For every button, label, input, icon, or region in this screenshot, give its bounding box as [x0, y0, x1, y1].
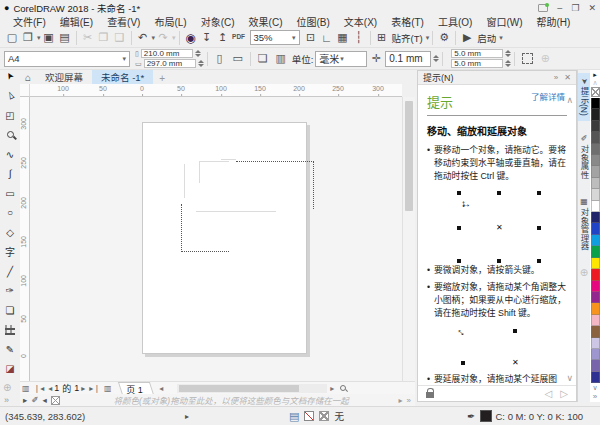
document-info-icon[interactable]: ▤	[289, 410, 299, 423]
landscape-button[interactable]: ▭	[229, 51, 247, 67]
well-expand-icons[interactable]: ▸»	[395, 396, 415, 405]
pen-tool[interactable]: ✑	[1, 281, 19, 301]
drawing-page[interactable]	[142, 122, 307, 354]
menu-item[interactable]: 效果(C)	[242, 14, 290, 29]
snap-dropdown-icon[interactable]: ▾	[426, 34, 430, 42]
horizontal-ruler[interactable]: 10050050100150200250300	[30, 84, 402, 97]
canvas-horizontal-scrollbar[interactable]	[177, 384, 327, 393]
page-width-field[interactable]: 210.0 mm	[141, 49, 193, 58]
launch-dropdown-icon[interactable]: ▾	[499, 34, 503, 42]
new-document-tab-button[interactable]: +	[153, 73, 171, 84]
well-no-color-swatch[interactable]	[51, 396, 60, 405]
well-collapse-icon[interactable]: ◂	[42, 395, 46, 405]
toolbox-expand-button[interactable]: »	[4, 395, 9, 405]
palette-swatch[interactable]	[591, 155, 600, 166]
menu-item[interactable]: 帮助(H)	[530, 14, 578, 29]
first-page-button[interactable]: ❘◂	[32, 384, 47, 393]
no-color-swatch[interactable]	[591, 87, 600, 97]
open-button[interactable]: ❐	[20, 30, 36, 46]
palette-menu-icon[interactable]: ▸	[593, 70, 597, 79]
palette-swatch[interactable]	[591, 292, 600, 303]
menu-item[interactable]: 表格(T)	[384, 14, 431, 29]
docker-tab-object-manager[interactable]: ▦对象管理器	[578, 192, 590, 256]
next-page-button[interactable]: ▸	[79, 384, 87, 393]
rectangle-tool[interactable]: ▭	[1, 184, 19, 204]
palette-swatch[interactable]	[591, 326, 600, 337]
print-button[interactable]: ▤	[57, 30, 73, 46]
docker-collapse-icon[interactable]: »	[554, 73, 558, 82]
menu-item[interactable]: 文本(X)	[337, 14, 384, 29]
duplicate-page-icon[interactable]: ▥	[20, 384, 32, 393]
options-gear-button[interactable]: ⚙	[436, 30, 452, 46]
account-icon[interactable]	[538, 4, 548, 12]
palette-swatch[interactable]	[591, 132, 600, 143]
portrait-button[interactable]: ▯	[211, 51, 229, 67]
menu-item[interactable]: 工具(O)	[431, 14, 479, 29]
full-screen-preview-button[interactable]: ⊡	[303, 30, 319, 46]
crop-tool[interactable]: ◰	[1, 106, 19, 126]
units-combo[interactable]: 毫米 ▾	[315, 51, 367, 67]
menu-item[interactable]: 编辑(E)	[53, 14, 100, 29]
snap-to-label[interactable]: 贴齐(T)	[392, 31, 423, 45]
palette-swatch[interactable]	[591, 315, 600, 326]
show-grid-button[interactable]: ▦	[335, 30, 351, 46]
palette-swatch[interactable]	[591, 246, 600, 257]
export-button[interactable]: ↥	[215, 30, 231, 46]
ellipse-tool[interactable]: ○	[1, 203, 19, 223]
menu-item[interactable]: 查看(V)	[100, 14, 147, 29]
show-rulers-button[interactable]: ∟	[319, 30, 335, 46]
scrollbar-thumb[interactable]	[405, 101, 413, 211]
artistic-media-tool[interactable]: ∫	[1, 164, 19, 184]
save-button[interactable]: ▣	[41, 30, 57, 46]
undo-button[interactable]: ↶	[135, 30, 151, 46]
palette-swatch[interactable]	[591, 223, 600, 234]
pick-tool[interactable]: ➤	[2, 70, 18, 84]
docker-tab-hints[interactable]: ➤提示(N)	[578, 73, 590, 121]
docker-close-icon[interactable]: ✕	[564, 73, 571, 82]
palette-swatch[interactable]	[591, 212, 600, 223]
contour-tool[interactable]: ❏	[1, 301, 19, 321]
palette-swatch[interactable]	[591, 360, 600, 371]
palette-swatch[interactable]	[591, 144, 600, 155]
scrollbar-thumb[interactable]	[179, 385, 299, 392]
zoom-level-combo[interactable]: 35% ▾	[250, 30, 300, 45]
menu-item[interactable]: 布局(L)	[147, 14, 193, 29]
duplicate-y-field[interactable]: 5.0 mm	[451, 59, 503, 68]
vertical-ruler[interactable]: 300250200150100500	[20, 97, 30, 381]
scroll-down-chevron[interactable]: ∨	[566, 373, 573, 383]
palette-swatch[interactable]	[591, 338, 600, 349]
menu-item[interactable]: 文件(F)	[6, 14, 53, 29]
canvas-vertical-scrollbar[interactable]	[402, 97, 415, 381]
palette-swatch[interactable]	[591, 372, 600, 383]
palette-swatch[interactable]	[591, 303, 600, 314]
new-document-button[interactable]: ▢	[4, 30, 20, 46]
launch-label[interactable]: 启动	[477, 31, 496, 45]
restore-button[interactable]: ❐	[571, 3, 579, 13]
well-menu-icon[interactable]: ▸	[23, 395, 27, 405]
import-button[interactable]: ↧	[199, 30, 215, 46]
height-stepper[interactable]	[198, 60, 204, 67]
launch-icon[interactable]: ▶	[459, 30, 475, 46]
menu-item[interactable]: 窗口(W)	[479, 14, 529, 29]
hscroll-right-arrow[interactable]: ▸	[330, 384, 334, 393]
fill-tool[interactable]: ◪	[1, 359, 19, 379]
palette-swatch[interactable]	[591, 189, 600, 200]
publish-pdf-button[interactable]: PDF	[231, 30, 247, 46]
scroll-up-chevron[interactable]: ∧	[566, 95, 573, 105]
palette-swatch[interactable]	[591, 349, 600, 360]
preset-dropdown-icon[interactable]: ▾	[122, 55, 126, 63]
status-expand-icon[interactable]: ▸	[185, 412, 189, 421]
close-button[interactable]: ✕	[588, 3, 596, 13]
dimension-tool[interactable]: ╱	[1, 262, 19, 282]
palette-swatch[interactable]	[591, 258, 600, 269]
hscroll-left-arrow[interactable]: ◂	[159, 384, 163, 393]
duplicate-y-stepper[interactable]	[505, 60, 511, 67]
units-dropdown-icon[interactable]: ▾	[340, 55, 344, 63]
duplicate-x-stepper[interactable]	[505, 50, 511, 57]
tab-untitled-document[interactable]: 未命名 -1*	[92, 70, 153, 84]
search-content-button[interactable]: ◉	[183, 30, 199, 46]
width-stepper[interactable]	[195, 50, 201, 57]
minimize-button[interactable]: –	[557, 3, 562, 13]
palette-swatch[interactable]	[591, 269, 600, 280]
nudge-stepper[interactable]	[433, 55, 439, 62]
